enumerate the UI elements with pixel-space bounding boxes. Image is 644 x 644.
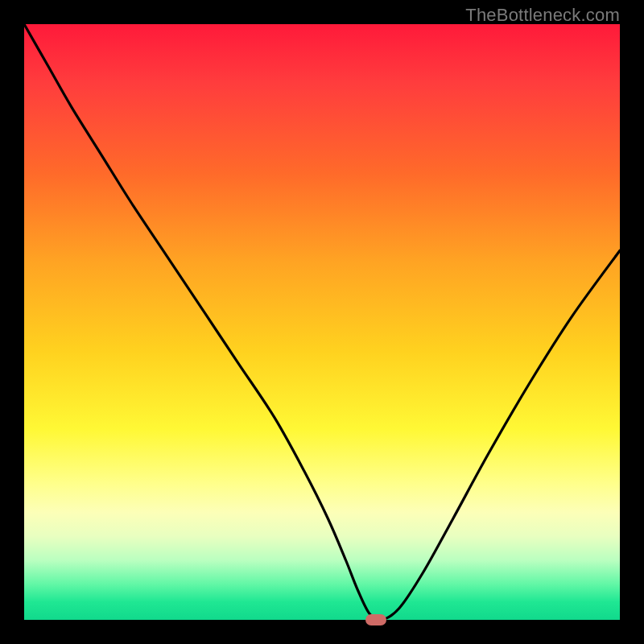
curve-svg — [24, 24, 620, 620]
bottleneck-curve-path — [24, 24, 620, 620]
watermark-text: TheBottleneck.com — [465, 5, 620, 26]
plot-area — [24, 24, 620, 620]
chart-stage: TheBottleneck.com — [0, 0, 644, 644]
min-marker — [365, 614, 386, 625]
